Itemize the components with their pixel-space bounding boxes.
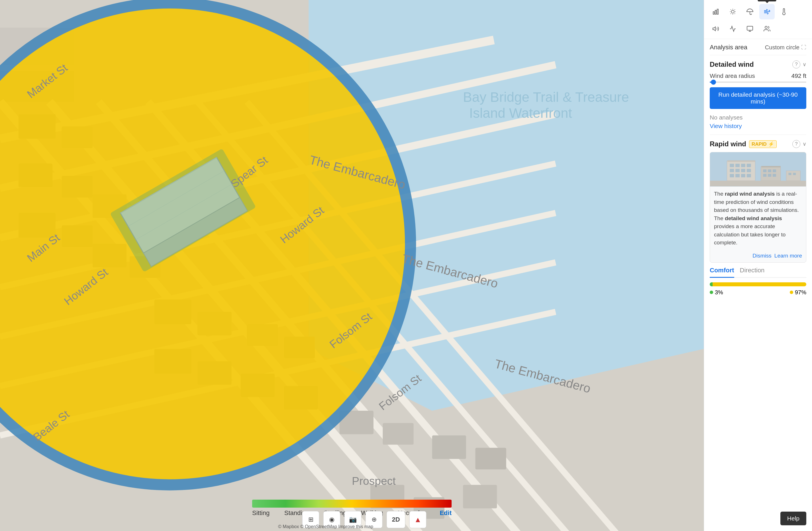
tab-direction[interactable]: Direction [740, 267, 765, 278]
svg-rect-85 [747, 164, 751, 167]
solar-icon-button[interactable] [742, 21, 757, 37]
radius-slider-container[interactable] [710, 82, 806, 83]
svg-rect-81 [727, 160, 755, 162]
thermometer-icon-button[interactable] [777, 4, 792, 19]
people-icon-button[interactable] [759, 21, 775, 37]
icon-toolbar: Wind [704, 0, 812, 39]
svg-rect-105 [710, 181, 806, 186]
svg-rect-93 [747, 174, 751, 177]
analysis-area-label: Analysis area [710, 44, 747, 51]
svg-rect-94 [761, 167, 780, 181]
svg-rect-37 [475, 448, 506, 470]
2d-button[interactable]: 2D [387, 511, 405, 528]
right-panel: Wind [704, 0, 812, 531]
legend-sitting: Sitting [252, 509, 270, 517]
comfort-bar [710, 282, 806, 286]
bar-chart-icon-button[interactable] [708, 4, 723, 19]
map-svg: Market St Main St Howard St Spear St How… [0, 0, 704, 531]
rapid-wind-info-card: The rapid wind analysis is a real-time p… [710, 152, 806, 263]
icon-row-top: Wind [708, 4, 808, 19]
svg-rect-91 [735, 174, 740, 177]
svg-marker-74 [713, 27, 715, 31]
detailed-wind-header: Detailed wind ? ∨ [710, 60, 806, 68]
map-attribution: © Mapbox © OpenStreetMap Improve this ma… [278, 524, 373, 529]
rapid-wind-label: Rapid wind [710, 140, 746, 148]
radius-label: Wind area radius [710, 72, 755, 79]
wind-tooltip: Wind [757, 0, 776, 1]
view-history-link[interactable]: View history [710, 123, 742, 129]
svg-text:Island Waterfront: Island Waterfront [469, 106, 572, 121]
card-actions: Dismiss Learn more [710, 250, 806, 262]
compass-button[interactable]: ▲ [409, 511, 426, 528]
svg-rect-84 [741, 164, 745, 167]
svg-point-65 [731, 10, 734, 13]
legend-gradient [252, 500, 452, 508]
svg-rect-101 [773, 174, 776, 177]
svg-rect-89 [747, 169, 751, 172]
sun-icon-button[interactable] [725, 4, 740, 19]
analysis-area-row: Analysis area Custom circle ⛶ [710, 44, 806, 55]
no-analyses-text: No analyses [710, 114, 806, 121]
legend-edit-button[interactable]: Edit [440, 509, 452, 517]
svg-rect-104 [793, 173, 796, 175]
svg-rect-90 [730, 174, 734, 177]
svg-rect-36 [432, 435, 466, 459]
run-analysis-button[interactable]: Run detailed analysis (~30-90 mins) [710, 87, 806, 109]
svg-rect-95 [761, 166, 780, 167]
sound-icon-button[interactable] [708, 21, 723, 37]
rapid-wind-section: Rapid wind RAPID ⚡ ? ∨ [710, 140, 806, 263]
svg-rect-62 [713, 12, 714, 14]
umbrella-icon-button[interactable] [742, 4, 757, 19]
rapid-badge-text: RAPID ⚡ [752, 141, 774, 147]
detailed-wind-help-icon[interactable]: ? [792, 60, 800, 68]
detailed-wind-title: Detailed wind [710, 60, 754, 68]
svg-rect-87 [735, 169, 740, 172]
comfort-percentages: 3% 97% [710, 289, 806, 296]
analysis-area-value-text: Custom circle [765, 44, 799, 51]
analysis-area-value[interactable]: Custom circle ⛶ [765, 44, 806, 51]
svg-rect-75 [747, 26, 753, 30]
comfort-bar-container: 3% 97% [710, 282, 806, 296]
rapid-badge: RAPID ⚡ [749, 140, 777, 148]
comfort-pct-green: 3% [710, 289, 723, 296]
svg-text:Bay Bridge Trail & Treasure: Bay Bridge Trail & Treasure [463, 89, 629, 104]
detailed-wind-bold2: detailed wind analysis [725, 215, 782, 221]
svg-rect-82 [730, 164, 734, 167]
comfort-pct-yellow: 97% [790, 289, 806, 296]
rapid-wind-chevron[interactable]: ∨ [802, 141, 806, 147]
panel-content: Analysis area Custom circle ⛶ Detailed w… [704, 39, 812, 531]
dismiss-button[interactable]: Dismiss [752, 253, 771, 259]
svg-text:Prospect: Prospect [352, 475, 396, 487]
svg-rect-86 [730, 169, 734, 172]
comfort-direction-tabs: Comfort Direction [710, 267, 806, 278]
info-card-text: The rapid wind analysis is a real-time p… [710, 186, 806, 250]
dot-green [710, 291, 713, 294]
comfort-green-value: 3% [715, 289, 723, 296]
slider-thumb[interactable] [711, 80, 716, 85]
map-area[interactable]: Market St Main St Howard St Spear St How… [0, 0, 704, 531]
detailed-wind-controls: ? ∨ [792, 60, 806, 68]
info-card-building-svg [710, 152, 806, 186]
svg-rect-64 [717, 9, 718, 14]
info-card-image [710, 152, 806, 186]
svg-rect-102 [786, 171, 801, 181]
detailed-wind-chevron[interactable]: ∨ [802, 61, 806, 68]
help-button[interactable]: Help [780, 512, 806, 525]
expand-icon: ⛶ [801, 44, 806, 51]
tab-comfort[interactable]: Comfort [710, 267, 734, 278]
rapid-wind-help-icon[interactable]: ? [792, 140, 800, 148]
rapid-wind-bold1: rapid wind analysis [725, 191, 775, 197]
svg-rect-100 [768, 174, 771, 177]
comfort-yellow-value: 97% [795, 289, 806, 296]
learn-more-button[interactable]: Learn more [774, 253, 802, 259]
svg-rect-99 [763, 174, 766, 177]
radius-row: Wind area radius 492 ft [710, 72, 806, 79]
svg-rect-98 [773, 169, 776, 172]
svg-rect-92 [741, 174, 745, 177]
wave-icon-button[interactable] [725, 21, 740, 37]
icon-row-bottom [708, 21, 808, 37]
svg-rect-97 [768, 169, 771, 172]
wind-icon-button[interactable]: Wind [759, 4, 775, 19]
svg-rect-40 [463, 485, 497, 508]
svg-rect-88 [741, 169, 745, 172]
